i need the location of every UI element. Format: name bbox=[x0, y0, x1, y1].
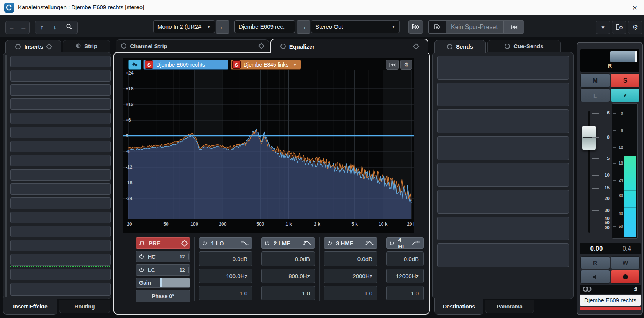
tab-equalizer[interactable]: Equalizer bbox=[270, 39, 428, 53]
goto-input-button[interactable]: ← bbox=[216, 20, 229, 34]
send-slot[interactable] bbox=[437, 109, 569, 133]
bypass-circle-icon[interactable] bbox=[15, 44, 21, 49]
insert-slot[interactable] bbox=[10, 183, 111, 195]
mute-button[interactable]: M bbox=[580, 73, 610, 88]
tab-insert-effekte[interactable]: Insert-Effekte bbox=[3, 298, 57, 315]
filter-type-icon[interactable] bbox=[303, 240, 311, 246]
peak-value[interactable]: 0.4 bbox=[615, 245, 638, 252]
tab-inserts[interactable]: Inserts bbox=[5, 40, 61, 53]
eq-gain-slider[interactable]: Gain bbox=[136, 278, 190, 288]
bypass-circle-icon[interactable] bbox=[447, 44, 452, 49]
tab-cue-sends[interactable]: Cue-Sends bbox=[487, 40, 561, 52]
insert-slot[interactable] bbox=[10, 169, 111, 181]
track-preset-control[interactable]: Kein Spur-Preset bbox=[428, 20, 524, 34]
write-automation-button[interactable]: W bbox=[611, 256, 640, 269]
send-slot[interactable] bbox=[437, 243, 569, 267]
insert-slot[interactable] bbox=[10, 240, 111, 251]
power-icon[interactable] bbox=[202, 241, 207, 246]
input-routing-select[interactable]: Mono In 2 (UR2# ▼ bbox=[153, 20, 215, 33]
fader-value[interactable]: 0.00 bbox=[580, 245, 613, 253]
direct-routing-button[interactable] bbox=[408, 20, 423, 34]
bypass-circle-icon[interactable] bbox=[280, 44, 286, 49]
edit-button[interactable]: e bbox=[611, 88, 640, 102]
send-slot[interactable] bbox=[437, 56, 569, 80]
eq-band-freq-field[interactable]: 100.0Hz bbox=[199, 269, 252, 283]
output-routing-select[interactable]: Stereo Out ▼ bbox=[311, 20, 400, 33]
filter-type-icon[interactable] bbox=[412, 240, 420, 246]
read-automation-button[interactable]: R bbox=[580, 256, 610, 269]
eq-band-gain-field[interactable]: 0.0dB bbox=[261, 251, 315, 266]
eq-compare-button[interactable] bbox=[128, 60, 141, 70]
monitor-button[interactable] bbox=[580, 270, 610, 284]
close-button[interactable]: ✕ bbox=[628, 2, 641, 13]
hc-slope-handle[interactable] bbox=[188, 253, 189, 260]
listen-button[interactable]: L bbox=[580, 88, 610, 102]
eq-band-gain-field[interactable]: 0.0dB bbox=[199, 251, 252, 266]
eq-band-freq-field[interactable]: 12000Hz bbox=[386, 269, 424, 283]
power-icon[interactable] bbox=[327, 241, 332, 246]
channel-name-field[interactable]: Djembe E609 rec. bbox=[234, 20, 295, 33]
insert-slot[interactable] bbox=[10, 283, 111, 296]
insert-slot[interactable] bbox=[10, 269, 111, 280]
insert-slot[interactable] bbox=[10, 113, 111, 124]
send-slot[interactable] bbox=[437, 217, 569, 240]
inserts-scrollbar[interactable] bbox=[5, 55, 7, 297]
insert-slot[interactable] bbox=[10, 127, 111, 138]
eq-display[interactable]: +24+18+12+60-6-12-18-2420501002005001 k2… bbox=[123, 58, 414, 233]
pan-handle[interactable] bbox=[635, 51, 637, 62]
next-channel-icon[interactable]: ↓ bbox=[53, 24, 56, 31]
power-icon[interactable] bbox=[265, 241, 270, 246]
eq-band-q-field[interactable]: 1.0 bbox=[261, 286, 315, 300]
eq-band-gain-field[interactable]: 0.0dB bbox=[324, 251, 377, 266]
channel-name-label[interactable]: Djembe E609 rechts bbox=[580, 295, 641, 306]
insert-slot[interactable] bbox=[10, 84, 111, 96]
settings-button[interactable]: ⚙ bbox=[628, 21, 642, 34]
solo-icon[interactable]: S bbox=[232, 60, 241, 69]
eq-band-header[interactable]: 2 LMF bbox=[261, 237, 315, 249]
eq-band-header[interactable]: 1 LO bbox=[199, 237, 252, 249]
tab-destinations[interactable]: Destinations bbox=[434, 298, 483, 315]
preset-reset-button[interactable] bbox=[503, 21, 524, 33]
solo-button[interactable]: S bbox=[611, 73, 640, 88]
layout-dropdown-button[interactable]: ▼ bbox=[596, 21, 610, 34]
eq-settings-button[interactable]: ⚙ bbox=[400, 60, 412, 70]
insert-slot[interactable] bbox=[10, 141, 111, 152]
tab-panorama[interactable]: Panorama bbox=[485, 300, 534, 313]
bypass-circle-icon[interactable] bbox=[505, 44, 510, 49]
eq-band-q-field[interactable]: 1.0 bbox=[386, 286, 424, 300]
insert-slot[interactable] bbox=[10, 98, 111, 110]
goto-output-button[interactable]: → bbox=[297, 20, 310, 34]
tab-strip[interactable]: Strip bbox=[63, 40, 110, 52]
forward-icon[interactable]: → bbox=[20, 24, 27, 31]
eq-band-freq-field[interactable]: 800.0Hz bbox=[261, 269, 315, 283]
eq-lc-row[interactable]: LC 12 bbox=[136, 264, 190, 276]
solo-icon[interactable]: S bbox=[145, 60, 153, 69]
eq-hc-row[interactable]: HC 12 bbox=[136, 251, 190, 262]
insert-slot[interactable] bbox=[10, 56, 111, 67]
insert-slot[interactable] bbox=[10, 226, 111, 237]
eq-phase-button[interactable]: Phase 0° bbox=[136, 290, 190, 302]
send-slot[interactable] bbox=[437, 163, 569, 187]
back-icon[interactable]: ← bbox=[8, 24, 15, 31]
lc-slope-handle[interactable] bbox=[188, 267, 189, 273]
eq-band-q-field[interactable]: 1.0 bbox=[199, 286, 252, 300]
send-slot[interactable] bbox=[437, 190, 569, 214]
eq-band-gain-field[interactable]: 0.0dB bbox=[386, 251, 424, 266]
filter-type-icon[interactable] bbox=[365, 240, 374, 246]
prev-channel-icon[interactable]: ↑ bbox=[40, 24, 44, 31]
tab-channel-strip[interactable]: Channel Strip bbox=[116, 39, 269, 52]
tab-sends[interactable]: Sends bbox=[434, 40, 486, 53]
insert-slot[interactable] bbox=[10, 155, 111, 166]
insert-slot[interactable] bbox=[10, 254, 111, 266]
tab-routing[interactable]: Routing bbox=[59, 300, 110, 313]
eq-band-header[interactable]: 4 HI bbox=[386, 237, 424, 249]
bypass-circle-icon[interactable] bbox=[121, 43, 126, 49]
eq-band-q-field[interactable]: 1.0 bbox=[324, 286, 377, 300]
insert-slot[interactable] bbox=[10, 70, 111, 82]
eq-band-header[interactable]: 3 HMF bbox=[324, 237, 377, 249]
send-slot[interactable] bbox=[437, 83, 569, 106]
eq-pre-header[interactable]: PRE bbox=[136, 237, 190, 249]
record-enable-button[interactable] bbox=[611, 270, 640, 284]
eq-curve-a-selector[interactable]: S Djembe E609 rechts bbox=[143, 60, 228, 70]
insert-slot[interactable] bbox=[10, 197, 111, 209]
